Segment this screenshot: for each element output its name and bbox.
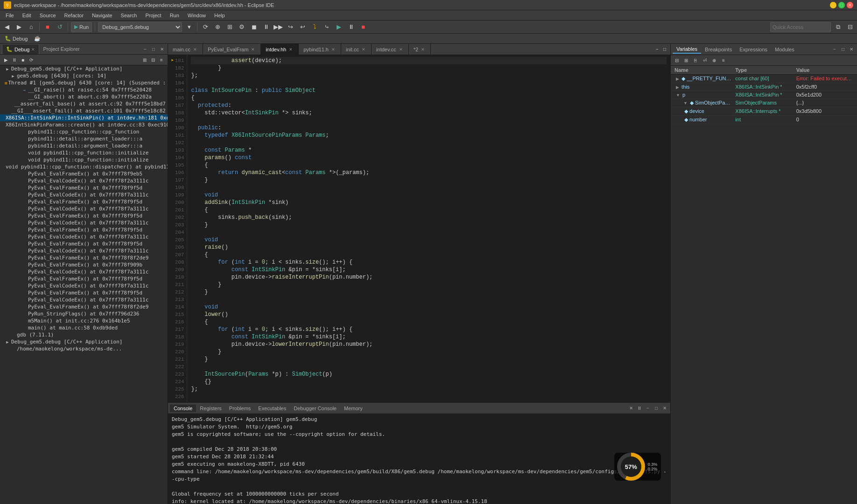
console-close[interactable]: ✕: [661, 405, 668, 412]
menu-item-navigate[interactable]: Navigate: [88, 12, 116, 19]
toolbar-btn-3[interactable]: ⊞: [225, 22, 235, 32]
variable-row[interactable]: ▼ ◆ SimObjectParams SimObjectParams {...…: [671, 99, 857, 107]
refresh-button[interactable]: ↺: [55, 22, 65, 32]
debug-tree-item[interactable]: PyEval_EvalCodeEx() at 0x7fff78f7a3111c: [0, 219, 168, 226]
toolbar-btn-4[interactable]: ⚙: [237, 22, 247, 32]
variables-menu[interactable]: ≡: [719, 56, 728, 64]
variable-row[interactable]: ▼ p X86ISA::IntSinkPin * 0x5e1d200: [671, 91, 857, 99]
debug-tree-item[interactable]: PyEval_EvalCodeEx() at 0x7fff78f7a3111c: [0, 268, 168, 275]
right-tab-variables[interactable]: Variables: [673, 45, 701, 54]
variables-collapse[interactable]: ⊟: [673, 56, 681, 64]
variables-filter[interactable]: ⊕: [710, 56, 718, 64]
toolbar-btn-7[interactable]: ▶▶: [273, 22, 283, 32]
editor-tab-maximize[interactable]: □: [661, 46, 668, 53]
expand-all[interactable]: ⊞: [140, 56, 149, 64]
debug-tab[interactable]: 🐛 Debug ✕: [2, 44, 39, 54]
debug-tree-item[interactable]: gdb (7.11.1): [0, 331, 168, 338]
debug-tree-item[interactable]: ▶Debug_gem5.debug [C/C++ Application]: [0, 65, 168, 72]
run-button[interactable]: ▶ Run: [71, 22, 92, 32]
config-dropdown[interactable]: Debug_gem5.debug: [98, 22, 182, 32]
left-panel-maximize[interactable]: □: [150, 45, 157, 53]
menu-item-window[interactable]: Window: [184, 12, 210, 19]
debug-pause[interactable]: ⏸: [346, 22, 356, 32]
debug-pause-small[interactable]: ⏸: [10, 56, 19, 64]
close-button[interactable]: ✕: [847, 2, 853, 8]
variable-row[interactable]: ▶ ◆ __PRETTY_FUNCTION__ const char [60] …: [671, 75, 857, 83]
menu-item-file[interactable]: File: [2, 12, 18, 19]
menu-item-edit[interactable]: Edit: [19, 12, 35, 19]
debug-tree-item[interactable]: void pybind11::cpp_function::dispatcher(…: [0, 163, 168, 170]
debug-step-into[interactable]: ⤷: [322, 22, 332, 32]
quick-access-input[interactable]: [770, 22, 831, 32]
debug-tree-item[interactable]: __GI___assert_fail() at assert.c:101 0x7…: [0, 107, 168, 114]
debug-tree-item[interactable]: PyEval_EvalFrameEx() at 0x7fff78f8f2de9: [0, 303, 168, 310]
variables-copy[interactable]: ⎘: [691, 56, 700, 64]
console-tab-memory[interactable]: Memory: [340, 405, 366, 412]
debug-tree-item[interactable]: main() at main.cc:58 0xdb9ded: [0, 324, 168, 331]
toolbar-btn-6[interactable]: ⏸: [261, 22, 271, 32]
debug-tree-item[interactable]: PyEval_EvalFrameEx() at 0x7fff78f9f5d: [0, 226, 168, 233]
console-tab-problems[interactable]: Problems: [225, 405, 254, 412]
debug-tree-item[interactable]: ⊞Thread #1 [gem5.debug] 6430 [core: 14] …: [0, 79, 168, 86]
debug-tree-item[interactable]: pybind11::cpp_function::cpp_function: [0, 128, 168, 135]
menu-item-help[interactable]: Help: [211, 12, 229, 19]
editor-tab-pybind11-h[interactable]: pybind11.h✕: [299, 44, 341, 55]
debug-tree-item[interactable]: pybind11::detail::argument_loader:::a: [0, 142, 168, 149]
debug-tree-item[interactable]: pybind11::detail::argument_loader:::a: [0, 135, 168, 142]
debug-step-over[interactable]: ⤵: [309, 22, 320, 32]
debug-connect-small[interactable]: ⟳: [27, 56, 35, 64]
debug-tree-item[interactable]: __assert_fail_base() at assert.c:92 0x7f…: [0, 100, 168, 107]
debug-tree-item[interactable]: PyEval_EvalCodeEx() at 0x7fff78f7a3111c: [0, 191, 168, 198]
menu-item-search[interactable]: Search: [117, 12, 141, 19]
view-menu[interactable]: ≡: [157, 56, 166, 64]
menu-item-source[interactable]: Source: [36, 12, 60, 19]
debug-tree-item[interactable]: PyEval_EvalFrameEx() at 0x7fff78f9f5d: [0, 240, 168, 247]
editor-tab-main-cc[interactable]: main.cc✕: [168, 44, 203, 55]
debug-tree-item[interactable]: PyEval_EvalFrameEx() at 0x7fff78f9f5d: [0, 212, 168, 219]
minimize-button[interactable]: −: [830, 2, 836, 8]
debug-tree-item[interactable]: void pybind11::cpp_function::initialize: [0, 156, 168, 163]
debug-tree-item[interactable]: →__GI_raise() at raise.c:54 0x7fff5e2042…: [0, 86, 168, 93]
variable-row[interactable]: ◆ number int 0: [671, 116, 857, 124]
debug-tree-item[interactable]: PyEval_EvalCodeEx() at 0x7fff78f7a3111c: [0, 296, 168, 303]
menu-item-project[interactable]: Project: [141, 12, 165, 19]
debug-tree-item[interactable]: X86IntSinkPinParams::create() at intdev.…: [0, 121, 168, 128]
debug-tree-item[interactable]: PyEval_EvalFrameEx() at 0x7fff78f9f5d: [0, 275, 168, 282]
right-panel-minimize[interactable]: −: [831, 46, 838, 53]
debug-tree-item[interactable]: PyEval_EvalFrameEx() at 0x7fff78f909b: [0, 261, 168, 268]
toolbar-btn-5[interactable]: ◼: [249, 22, 259, 32]
editor-tab-minimize[interactable]: −: [653, 46, 661, 53]
project-explorer-tab[interactable]: Project Explorer: [39, 44, 83, 54]
left-panel-minimize[interactable]: −: [141, 45, 149, 53]
perspectives-btn[interactable]: ⧉: [833, 22, 843, 32]
editor-tab-pyeval-evalfram[interactable]: PyEval_EvalFram✕: [203, 44, 261, 55]
debug-tree-item[interactable]: ▶Debug_gem5.debug [C/C++ Application]: [0, 338, 168, 345]
variables-expand[interactable]: ⊞: [682, 56, 690, 64]
right-tab-expressions[interactable]: Expressions: [736, 46, 771, 53]
toolbar-btn-2[interactable]: ⊕: [212, 22, 223, 32]
variables-paste[interactable]: ⏎: [701, 56, 709, 64]
toolbar-btn-8[interactable]: ↪: [285, 22, 295, 32]
variable-row[interactable]: ▶ this X86ISA::IntSinkPin * 0x5f2cff0: [671, 83, 857, 91]
toolbar-btn-9[interactable]: ↩: [297, 22, 308, 32]
console-clear[interactable]: ✕: [627, 405, 635, 412]
console-scroll-lock[interactable]: ⏸: [636, 405, 643, 412]
debug-tree-item[interactable]: PyEval_EvalFrameEx() at 0x7fff78f9f5d: [0, 198, 168, 205]
editor-tab-intdev-hh[interactable]: intdev.hh✕: [261, 44, 299, 55]
right-panel-maximize[interactable]: □: [839, 46, 847, 53]
console-tab-executables[interactable]: Executables: [254, 405, 290, 412]
debug-tree-item[interactable]: PyEval_EvalCodeEx() at 0x7fff78f7a3111c: [0, 233, 168, 240]
right-tab-modules[interactable]: Modules: [771, 46, 798, 53]
debug-resume-small[interactable]: ▶: [2, 56, 10, 64]
debug-tree-item[interactable]: PyEval_EvalFrameEx() at 0x7fff78f9f5d: [0, 184, 168, 191]
code-content[interactable]: assert(device); }}; class IntSourcePin :…: [187, 55, 670, 402]
minimize-panels-btn[interactable]: ⊟: [845, 22, 855, 32]
menu-item-refactor[interactable]: Refactor: [61, 12, 88, 19]
debug-tree-item[interactable]: __GI_abort() at abort.c:89 0x7fff5e2202a: [0, 93, 168, 100]
right-tab-breakpoints[interactable]: Breakpoints: [701, 46, 736, 53]
maximize-button[interactable]: □: [838, 2, 845, 8]
back-button[interactable]: ◀: [2, 22, 12, 32]
editor-tab--2[interactable]: *2✕: [409, 44, 431, 55]
menu-item-run[interactable]: Run: [166, 12, 183, 19]
debug-terminate-small[interactable]: ■: [19, 56, 27, 64]
